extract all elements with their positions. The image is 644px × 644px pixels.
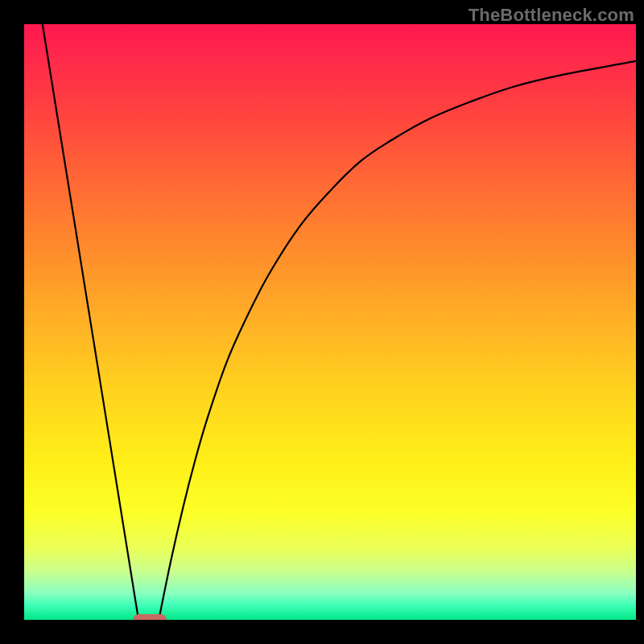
bottleneck-curve [24,24,636,620]
optimal-point-marker [133,614,167,620]
chart-frame: TheBottleneck.com [0,0,644,644]
watermark-text: TheBottleneck.com [469,5,634,26]
plot-area [24,24,636,620]
curve-path [43,24,636,620]
